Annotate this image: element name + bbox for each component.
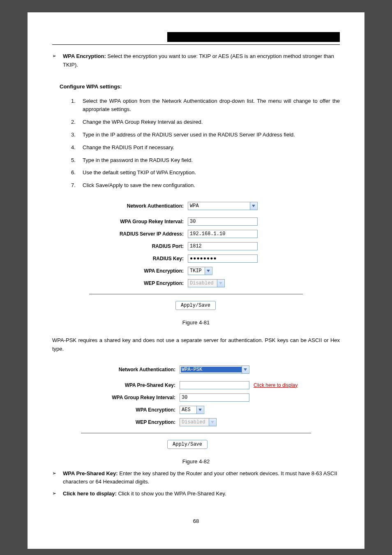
wpa-psk-paragraph: WPA-PSK requires a shared key and does n… bbox=[52, 336, 340, 354]
bullet-glyph-icon: ➢ bbox=[52, 52, 63, 69]
page-number: 68 bbox=[52, 518, 340, 524]
step-index: 4. bbox=[71, 143, 83, 152]
step-row: 2.Change the WPA Group Rekey Interval as… bbox=[71, 118, 340, 127]
apply-save-button[interactable]: Apply/Save bbox=[175, 301, 216, 310]
configure-header: Configure WPA settings: bbox=[60, 83, 340, 90]
bullet2-term: WPA Pre-Shared Key: bbox=[63, 470, 118, 476]
chevron-down-icon bbox=[209, 419, 216, 426]
chevron-down-icon bbox=[196, 406, 203, 414]
bullet-psk: ➢ WPA Pre-Shared Key: Enter the key shar… bbox=[52, 469, 340, 487]
step-text: Type in the password in the RADIUS Key f… bbox=[83, 156, 340, 165]
input-group-rekey[interactable]: 30 bbox=[188, 217, 258, 226]
select-value: Disabled bbox=[182, 419, 209, 425]
figure-wpa-form: Network Authentication: WPA WPA Group Re… bbox=[85, 196, 307, 315]
label-wpa-enc-2: WPA Encryption: bbox=[81, 407, 180, 413]
svg-marker-5 bbox=[211, 421, 214, 423]
step-text: Change the RADIUS Port if necessary. bbox=[83, 143, 340, 152]
steps-list: 1.Select the WPA option from the Network… bbox=[71, 97, 340, 190]
select-network-auth-2[interactable]: WPA-PSK bbox=[180, 365, 249, 374]
figure-rule bbox=[89, 294, 303, 294]
input-value: 30 bbox=[190, 219, 196, 224]
input-value: 1812 bbox=[190, 243, 202, 249]
input-value: 30 bbox=[182, 395, 187, 400]
chevron-down-icon bbox=[217, 280, 224, 287]
select-value: WPA-PSK bbox=[181, 367, 242, 372]
input-radius-key[interactable]: ●●●●●●●● bbox=[188, 254, 258, 263]
header-black-bar bbox=[167, 32, 340, 42]
label-wpa-enc: WPA Encryption: bbox=[89, 268, 188, 274]
select-wpa-enc[interactable]: TKIP bbox=[188, 267, 212, 275]
input-psk[interactable] bbox=[180, 381, 249, 389]
svg-marker-0 bbox=[252, 205, 255, 207]
step-index: 1. bbox=[71, 97, 83, 114]
step-index: 6. bbox=[71, 169, 83, 177]
figure-caption-2: Figure 4-82 bbox=[52, 458, 340, 465]
select-value: AES bbox=[182, 407, 196, 413]
step-text: Type in the IP address of the RADIUS ser… bbox=[83, 131, 340, 139]
bullet-click-display: ➢ Click here to display: Click it to sho… bbox=[52, 490, 340, 498]
label-group-rekey-2: WPA Group Rekey Interval: bbox=[81, 395, 180, 400]
input-value: ●●●●●●●● bbox=[190, 256, 217, 261]
step-row: 4.Change the RADIUS Port if necessary. bbox=[71, 143, 340, 152]
label-wep-enc: WEP Encryption: bbox=[89, 280, 188, 286]
figure-caption: Figure 4-81 bbox=[52, 319, 340, 326]
step-row: 1.Select the WPA option from the Network… bbox=[71, 97, 340, 114]
svg-marker-2 bbox=[219, 282, 222, 284]
input-group-rekey-2[interactable]: 30 bbox=[180, 393, 249, 402]
label-radius-ip: RADIUS Server IP Address: bbox=[89, 231, 188, 237]
step-index: 3. bbox=[71, 131, 83, 139]
link-text: Click here to display bbox=[254, 382, 297, 388]
step-index: 2. bbox=[71, 118, 83, 127]
svg-marker-1 bbox=[207, 270, 210, 272]
select-wep-enc-2: Disabled bbox=[180, 418, 217, 426]
bullet-wpa-encryption: ➢ WPA Encryption: Select the encryption … bbox=[52, 52, 340, 69]
label-network-auth: Network Authentication: bbox=[89, 203, 188, 209]
step-row: 6.Use the default setting TKIP of WPA En… bbox=[71, 169, 340, 177]
header-rule bbox=[52, 44, 340, 45]
step-row: 3.Type in the IP address of the RADIUS s… bbox=[71, 131, 340, 139]
bullet3-body: Click it to show you the WPA Pre-Shared … bbox=[117, 490, 226, 497]
step-index: 5. bbox=[71, 156, 83, 165]
step-text: Use the default setting TKIP of WPA Encr… bbox=[83, 169, 340, 177]
label-network-auth-2: Network Authentication: bbox=[81, 367, 180, 372]
bullet-glyph-icon: ➢ bbox=[52, 490, 63, 498]
step-row: 7.Click Save/Apply to save the new confi… bbox=[71, 181, 340, 190]
select-value: TKIP bbox=[190, 268, 205, 274]
button-label: Apply/Save bbox=[181, 303, 210, 308]
input-value: 192.168.1.10 bbox=[190, 231, 225, 237]
step-text: Change the WPA Group Rekey Interval as d… bbox=[83, 118, 340, 127]
step-text: Click Save/Apply to save the new configu… bbox=[83, 181, 340, 190]
select-wep-enc: Disabled bbox=[188, 279, 225, 287]
label-group-rekey: WPA Group Rekey Interval: bbox=[89, 219, 188, 224]
select-wpa-enc-2[interactable]: AES bbox=[180, 406, 204, 414]
step-text: Select the WPA option from the Network A… bbox=[83, 97, 340, 114]
label-wep-enc-2: WEP Encryption: bbox=[81, 419, 180, 425]
figure-rule bbox=[81, 433, 311, 433]
step-row: 5.Type in the password in the RADIUS Key… bbox=[71, 156, 340, 165]
select-value: WPA bbox=[190, 203, 250, 209]
step-index: 7. bbox=[71, 181, 83, 190]
bullet1-term: WPA Encryption: bbox=[63, 53, 106, 59]
input-radius-port[interactable]: 1812 bbox=[188, 242, 258, 250]
button-label: Apply/Save bbox=[173, 442, 202, 447]
select-network-auth[interactable]: WPA bbox=[188, 202, 258, 210]
bullet3-term: Click here to display: bbox=[63, 490, 117, 497]
link-click-to-display[interactable]: Click here to display bbox=[254, 382, 297, 388]
select-value: Disabled bbox=[190, 280, 217, 286]
chevron-down-icon bbox=[242, 366, 249, 373]
page: ➢ WPA Encryption: Select the encryption … bbox=[28, 12, 364, 549]
bullet-glyph-icon: ➢ bbox=[52, 469, 63, 487]
svg-marker-4 bbox=[198, 409, 202, 411]
label-radius-port: RADIUS Port: bbox=[89, 243, 188, 249]
figure-wpapsk-form: Network Authentication: WPA-PSK WPA Pre-… bbox=[76, 359, 316, 454]
label-radius-key: RADIUS Key: bbox=[89, 256, 188, 261]
apply-save-button-2[interactable]: Apply/Save bbox=[167, 440, 208, 449]
input-radius-ip[interactable]: 192.168.1.10 bbox=[188, 230, 258, 238]
svg-marker-3 bbox=[244, 368, 247, 371]
chevron-down-icon bbox=[250, 202, 257, 210]
label-psk: WPA Pre-Shared Key: bbox=[81, 382, 180, 388]
chevron-down-icon bbox=[205, 267, 212, 275]
